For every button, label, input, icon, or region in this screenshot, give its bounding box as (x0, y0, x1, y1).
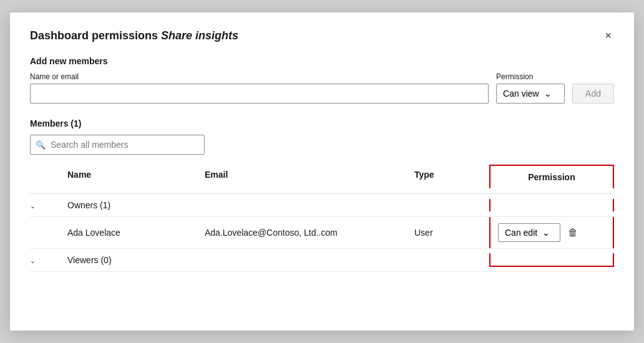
members-section: Members (1) 🔍 (30, 118, 614, 155)
th-email: Email (205, 165, 414, 188)
permissions-modal: Dashboard permissions Share insights × A… (10, 12, 634, 331)
name-email-input[interactable] (30, 84, 489, 104)
chevron-down-icon: ⌄ (542, 228, 550, 238)
member-name: Ada Lovelace (67, 221, 205, 244)
search-input[interactable] (51, 140, 199, 150)
search-icon: 🔍 (36, 140, 46, 150)
members-section-label: Members (1) (30, 118, 614, 128)
th-spacer (30, 165, 67, 188)
add-button[interactable]: Add (572, 84, 614, 104)
table-header: Name Email Type Permission (30, 165, 614, 194)
modal-header: Dashboard permissions Share insights × (30, 27, 614, 44)
add-members-row: Name or email Permission Can view ⌄ Add (30, 72, 614, 104)
permission-top-label: Permission (496, 72, 565, 81)
viewers-permission-spacer (489, 253, 614, 267)
modal-title: Dashboard permissions Share insights (30, 29, 238, 42)
owners-chevron-cell: ⌄ (30, 194, 67, 216)
owners-group-row: ⌄ Owners (1) (30, 194, 614, 217)
viewers-group-row: ⌄ Viewers (0) (30, 249, 614, 272)
th-name: Name (67, 165, 205, 188)
chevron-down-icon: ⌄ (544, 89, 552, 99)
search-box: 🔍 (30, 135, 205, 155)
viewers-chevron-icon[interactable]: ⌄ (30, 257, 36, 264)
viewers-chevron-cell: ⌄ (30, 249, 67, 271)
viewers-group-label: Viewers (0) (67, 249, 205, 271)
owners-group-label: Owners (1) (67, 194, 205, 216)
table-row: Ada Lovelace Ada.Lovelace@Contoso, Ltd..… (30, 217, 614, 249)
delete-member-button[interactable]: 🗑 (565, 225, 580, 241)
name-input-group: Name or email (30, 72, 489, 104)
members-table: Name Email Type Permission ⌄ Owners (1) … (30, 165, 614, 272)
member-email: Ada.Lovelace@Contoso, Ltd..com (205, 221, 414, 244)
can-edit-dropdown[interactable]: Can edit ⌄ (498, 223, 560, 242)
owners-chevron-icon[interactable]: ⌄ (30, 202, 36, 210)
owners-permission-spacer (489, 199, 614, 211)
add-permission-group: Permission Can view ⌄ (496, 72, 565, 104)
add-members-label: Add new members (30, 56, 614, 66)
member-type: User (414, 221, 489, 244)
name-email-label: Name or email (30, 72, 489, 81)
close-button[interactable]: × (602, 27, 614, 44)
th-permission: Permission (489, 165, 614, 188)
th-type: Type (414, 165, 489, 188)
member-permission-cell: Can edit ⌄ 🗑 (489, 217, 614, 248)
permission-dropdown[interactable]: Can view ⌄ (496, 84, 565, 104)
